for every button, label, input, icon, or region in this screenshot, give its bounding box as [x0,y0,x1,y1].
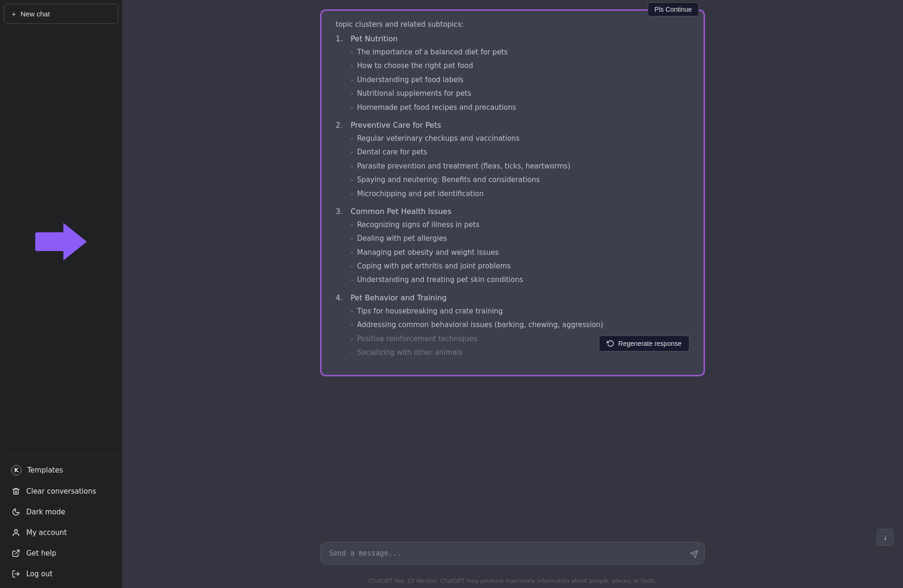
subtopic-text: Understanding and treating pet skin cond… [357,275,523,285]
list-item: ·Parasite prevention and treatment (flea… [351,161,689,172]
subtopic-list-1: ·The importance of a balanced diet for p… [336,47,689,113]
subtopic-text: Microchipping and pet identification [357,189,484,199]
input-area [122,535,903,574]
send-button[interactable] [690,550,698,561]
topic-number-3: 3. [336,207,347,216]
sidebar-bottom: K Templates Clear conversations D [4,455,118,584]
topic-number-1: 1. [336,34,347,43]
external-link-icon [11,549,21,558]
bullet-icon: · [351,220,353,230]
bullet-icon: · [351,347,353,358]
subtopic-text: Parasite prevention and treatment (fleas… [357,161,571,172]
footer-text: ChatGPT Mar 23 Version. ChatGPT may prod… [122,574,903,588]
subtopic-text: Recognizing signs of illness in pets [357,220,480,230]
subtopic-text: Nutritional supplements for pets [357,88,471,99]
bullet-icon: · [351,88,353,99]
arrow-area [4,28,118,455]
bullet-icon: · [351,102,353,113]
bullet-icon: · [351,261,353,272]
bullet-icon: · [351,233,353,244]
moon-icon [11,507,21,517]
subtopic-text: Dealing with pet allergies [357,233,447,244]
new-chat-button[interactable]: + New chat [4,4,118,24]
topic-section-2: 2. Preventive Care for Pets ·Regular vet… [336,121,689,199]
bullet-icon: · [351,75,353,85]
main-content: Pls Continue topic clusters and related … [122,0,903,588]
templates-label: Templates [27,466,63,474]
person-icon [11,528,21,537]
get-help-label: Get help [26,549,56,557]
subtopic-text: The importance of a balanced diet for pe… [357,47,508,58]
subtopic-list-3: ·Recognizing signs of illness in pets ·D… [336,220,689,286]
regenerate-label: Regenerate response [618,340,681,347]
list-item: ·Dental care for pets [351,147,689,158]
list-item: ·Understanding pet food labels [351,75,689,85]
list-item: ·Tips for housebreaking and crate traini… [351,306,689,317]
subtopic-list-2: ·Regular veterinary checkups and vaccina… [336,133,689,199]
log-out-label: Log out [26,570,53,578]
regenerate-response-button[interactable]: Regenerate response [599,336,689,351]
response-box: Pls Continue topic clusters and related … [320,9,705,376]
input-wrapper [320,542,705,566]
bullet-icon: · [351,275,353,285]
dark-mode-label: Dark mode [26,508,65,516]
list-item: ·Recognizing signs of illness in pets [351,220,689,230]
trash-icon [11,487,21,496]
topic-title-3: Common Pet Health Issues [351,207,452,216]
bullet-icon: · [351,147,353,158]
templates-icon: K [11,465,22,475]
logout-icon [11,569,21,579]
svg-line-1 [15,550,19,554]
sidebar-item-clear-conversations[interactable]: Clear conversations [4,481,118,502]
list-item: ·Managing pet obesity and weight issues [351,247,689,258]
bullet-icon: · [351,320,353,330]
topic-title-1: Pet Nutrition [351,34,398,43]
partial-header: topic clusters and related subtopics: [336,20,689,29]
bullet-icon: · [351,334,353,344]
pls-continue-button[interactable]: Pls Continue [648,2,699,16]
chat-container: Pls Continue topic clusters and related … [122,0,903,535]
subtopic-text: Homemade pet food recipes and precaution… [357,102,516,113]
list-item: ·Spaying and neutering: Benefits and con… [351,175,689,185]
bullet-icon: · [351,306,353,317]
message-wrapper: Pls Continue topic clusters and related … [320,9,705,376]
list-item: ·The importance of a balanced diet for p… [351,47,689,58]
topic-list: 1. Pet Nutrition ·The importance of a ba… [336,34,689,358]
topic-section-3: 3. Common Pet Health Issues ·Recognizing… [336,207,689,286]
list-item: ·Addressing common behavioral issues (ba… [351,320,689,330]
sidebar-item-my-account[interactable]: My account [4,522,118,543]
subtopic-text: Tips for housebreaking and crate trainin… [357,306,503,317]
topic-number-4: 4. [336,293,347,302]
list-item: ·Coping with pet arthritis and joint pro… [351,261,689,272]
sidebar: + New chat K Templates Clear conversati [0,0,122,588]
list-item: ·Understanding and treating pet skin con… [351,275,689,285]
subtopic-text: Coping with pet arthritis and joint prob… [357,261,511,272]
subtopic-text: Understanding pet food labels [357,75,464,85]
svg-point-0 [15,529,17,532]
list-item: ·Dealing with pet allergies [351,233,689,244]
bullet-icon: · [351,133,353,144]
new-chat-label: New chat [21,10,50,18]
subtopic-text: Addressing common behavioral issues (bar… [357,320,604,330]
topic-section-1: 1. Pet Nutrition ·The importance of a ba… [336,34,689,113]
scroll-down-button[interactable]: ↓ [877,529,894,546]
sidebar-item-get-help[interactable]: Get help [4,543,118,564]
message-input[interactable] [320,542,705,565]
clear-conversations-label: Clear conversations [26,487,96,496]
my-account-label: My account [26,528,67,537]
subtopic-text-faded-2: Socializing with other animals [357,347,462,358]
subtopic-text: Spaying and neutering: Benefits and cons… [357,175,540,185]
send-icon [690,550,698,558]
sidebar-item-dark-mode[interactable]: Dark mode [4,502,118,522]
subtopic-text: Dental care for pets [357,147,427,158]
bullet-icon: · [351,175,353,185]
bullet-icon: · [351,47,353,58]
topic-title-4: Pet Behavior and Training [351,293,447,302]
list-item: ·Regular veterinary checkups and vaccina… [351,133,689,144]
sidebar-item-templates[interactable]: K Templates [4,459,118,481]
list-item: ·Microchipping and pet identification [351,189,689,199]
list-item: ·Nutritional supplements for pets [351,88,689,99]
topic-number-2: 2. [336,121,347,130]
bullet-icon: · [351,161,353,172]
sidebar-item-log-out[interactable]: Log out [4,564,118,584]
